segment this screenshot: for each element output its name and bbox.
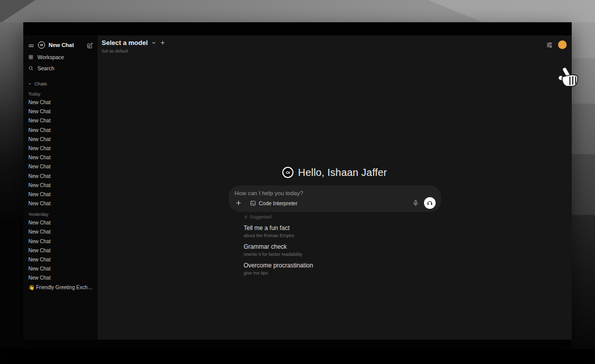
suggested-label: Suggested: [244, 214, 441, 219]
headphones-icon: [427, 200, 433, 206]
chat-list-item[interactable]: New Chat: [23, 264, 98, 274]
model-selector-label: Select a model: [102, 39, 148, 47]
chat-list-item[interactable]: New Chat: [23, 172, 98, 181]
suggested-section: Suggested Tell me a fun factabout the Ro…: [229, 214, 441, 276]
chat-list-item[interactable]: New Chat: [23, 162, 98, 171]
message-input[interactable]: How can I help you today? Code Interpret…: [229, 186, 441, 212]
model-bar: Select a model Set as default: [102, 39, 567, 54]
chat-list-item[interactable]: New Chat: [23, 181, 98, 190]
attach-plus-icon[interactable]: [235, 200, 242, 206]
chat-list-item[interactable]: New Chat: [23, 218, 98, 228]
chat-list-item[interactable]: New Chat: [23, 153, 98, 162]
code-interpreter-toggle[interactable]: Code Interpreter: [250, 200, 298, 206]
prompt-title: Grammar check: [244, 243, 441, 250]
chat-list-item[interactable]: New Chat: [23, 190, 98, 199]
code-interpreter-icon: [250, 200, 256, 206]
search-icon: [28, 66, 33, 71]
desktop-wallpaper-right: [572, 22, 595, 364]
prompt-title: Overcome procrastination: [244, 262, 441, 269]
window-top-bar: [23, 22, 572, 35]
new-chat-edit-icon[interactable]: [87, 42, 93, 49]
chat-list-item[interactable]: New Chat: [23, 199, 98, 208]
desktop-screen: OI New Chat Workspace Search Chats: [0, 0, 595, 364]
code-interpreter-label: Code Interpreter: [259, 200, 298, 206]
openwebui-logo: OI: [282, 167, 293, 178]
chevron-down-icon: [28, 82, 32, 86]
sidebar-header: OI New Chat: [23, 38, 98, 52]
suggested-prompt[interactable]: Tell me a fun factabout the Roman Empire: [244, 224, 441, 238]
bolt-icon: [244, 215, 248, 219]
add-model-icon[interactable]: [160, 40, 165, 46]
sidebar: OI New Chat Workspace Search Chats: [23, 35, 98, 340]
openwebui-logo: OI: [38, 41, 45, 49]
chat-group-label: Yesterday: [23, 208, 98, 218]
prompt-title: Tell me a fun fact: [244, 224, 441, 232]
chat-list-item[interactable]: New Chat: [23, 246, 98, 255]
user-avatar[interactable]: [558, 40, 567, 49]
greeting: OI Hello, Ishaan Jaffer: [229, 166, 441, 179]
grid-icon: [28, 55, 33, 60]
prompt-subtitle: give me tips: [244, 270, 441, 276]
desktop-wallpaper-bottom: [0, 349, 595, 364]
prompt-subtitle: rewrite it for better readability: [244, 252, 441, 257]
chat-list-item[interactable]: New Chat: [23, 116, 98, 125]
sidebar-toggle-icon[interactable]: [28, 42, 34, 49]
model-selector[interactable]: Select a model: [102, 39, 165, 47]
chats-section-label: Chats: [34, 81, 47, 86]
settings-sliders-icon[interactable]: [546, 41, 553, 49]
prompt-subtitle: about the Roman Empire: [244, 233, 441, 238]
sidebar-item-search[interactable]: Search: [23, 63, 98, 74]
chat-list-item[interactable]: 👋 Friendly Greeting Exchange: [23, 283, 98, 292]
main-content: Select a model Set as default OI: [98, 35, 572, 340]
set-as-default-link[interactable]: Set as default: [102, 49, 165, 54]
message-input-placeholder: How can I help you today?: [235, 190, 435, 196]
chats-section-toggle[interactable]: Chats: [23, 79, 98, 88]
open-webui-window: OI New Chat Workspace Search Chats: [23, 22, 572, 340]
desktop-wallpaper-left: [0, 22, 23, 364]
suggested-prompts: Tell me a fun factabout the Roman Empire…: [244, 224, 441, 276]
chat-list-item[interactable]: New Chat: [23, 237, 98, 246]
chat-list-item[interactable]: New Chat: [23, 135, 98, 144]
chat-group-label: Today: [23, 88, 98, 98]
chevron-down-icon: [151, 40, 156, 46]
chat-list-item[interactable]: New Chat: [23, 126, 98, 135]
voice-call-button[interactable]: [424, 197, 436, 209]
sidebar-item-label: Workspace: [37, 54, 64, 60]
chat-list-item[interactable]: New Chat: [23, 255, 98, 264]
mic-icon[interactable]: [412, 200, 419, 206]
chat-list-item[interactable]: New Chat: [23, 144, 98, 153]
sidebar-title: New Chat: [49, 42, 83, 48]
sidebar-item-label: Search: [37, 65, 54, 71]
chat-list-item[interactable]: New Chat: [23, 228, 98, 237]
chat-list: TodayNew ChatNew ChatNew ChatNew ChatNew…: [23, 88, 98, 297]
welcome-area: OI Hello, Ishaan Jaffer How can I help y…: [229, 166, 441, 276]
suggested-prompt[interactable]: Overcome procrastinationgive me tips: [244, 262, 441, 276]
sidebar-item-workspace[interactable]: Workspace: [23, 52, 98, 63]
chat-list-item[interactable]: New Chat: [23, 98, 98, 107]
suggested-prompt[interactable]: Grammar checkrewrite it for better reada…: [244, 243, 441, 257]
chat-list-item[interactable]: New Chat: [23, 107, 98, 116]
chat-list-item[interactable]: New Chat: [23, 274, 98, 283]
greeting-text: Hello, Ishaan Jaffer: [298, 167, 387, 178]
